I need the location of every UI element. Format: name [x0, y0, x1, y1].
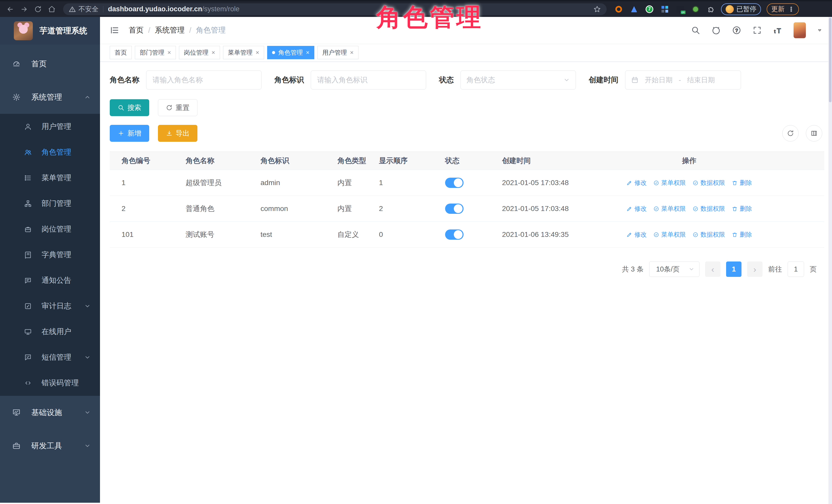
browser-update-chip[interactable]: 更新: [766, 3, 799, 15]
data-permission-link[interactable]: 数据权限: [693, 179, 725, 187]
sidebar-item-audit-log[interactable]: 审计日志: [0, 293, 100, 319]
menu-permission-link[interactable]: 菜单权限: [653, 231, 686, 239]
breadcrumb-section[interactable]: 系统管理: [155, 25, 185, 35]
menu-permission-link[interactable]: 菜单权限: [653, 205, 686, 213]
delete-link[interactable]: 删除: [732, 205, 752, 213]
status-toggle[interactable]: [445, 178, 464, 188]
user-avatar[interactable]: [794, 22, 806, 38]
breadcrumb-home[interactable]: 首页: [129, 25, 144, 35]
refresh-table-button[interactable]: [782, 125, 799, 141]
tab-post-management[interactable]: 岗位管理 ×: [179, 46, 220, 59]
sidebar-item-infrastructure[interactable]: 基础设施: [0, 396, 100, 429]
next-page-button[interactable]: ›: [747, 262, 762, 277]
data-permission-link[interactable]: 数据权限: [693, 205, 725, 213]
reset-button[interactable]: 重置: [158, 99, 198, 116]
sidebar-item-label: 基础设施: [31, 407, 62, 418]
vertical-scrollbar[interactable]: [828, 17, 832, 504]
extension-icon[interactable]: [691, 5, 700, 14]
github-icon[interactable]: [711, 26, 721, 35]
chevron-down-icon: [84, 303, 91, 310]
search-button[interactable]: 搜索: [110, 99, 149, 116]
user-icon: [24, 123, 32, 131]
address-bar[interactable]: 不安全 dashboard.yudao.iocoder.cn /system/r…: [63, 3, 607, 15]
search-icon[interactable]: [691, 26, 700, 35]
hamburger-icon[interactable]: [110, 25, 120, 35]
check-circle-icon: [653, 206, 659, 212]
check-circle-icon: [653, 232, 659, 238]
sidebar-item-post-management[interactable]: 岗位管理: [0, 216, 100, 242]
delete-link[interactable]: 删除: [732, 179, 752, 187]
sidebar-item-role-management[interactable]: 角色管理: [0, 139, 100, 165]
extensions-puzzle-icon[interactable]: [707, 5, 716, 14]
tab-menu-management[interactable]: 菜单管理 ×: [223, 46, 264, 59]
role-name-label: 角色名称: [110, 75, 139, 85]
sidebar-item-sms-management[interactable]: 短信管理: [0, 345, 100, 370]
tab-dept-management[interactable]: 部门管理 ×: [135, 46, 176, 59]
home-icon: [48, 5, 56, 13]
extension-area: 7: [614, 5, 716, 14]
caret-down-icon[interactable]: [817, 28, 822, 33]
cell-actions: 修改 菜单权限 数据权限 删除: [624, 231, 755, 239]
extension-icon[interactable]: [676, 5, 684, 14]
help-icon[interactable]: [732, 26, 741, 35]
status-toggle[interactable]: [445, 204, 464, 214]
goto-page-input[interactable]: [788, 262, 804, 277]
app-logo-bar[interactable]: 芋道管理系统: [0, 17, 100, 45]
date-range-picker[interactable]: 开始日期 - 结束日期: [625, 71, 741, 89]
close-icon[interactable]: ×: [211, 50, 215, 56]
sidebar-item-home[interactable]: 首页: [0, 47, 100, 80]
browser-forward-button[interactable]: [19, 4, 30, 15]
action-label: 菜单权限: [661, 205, 686, 213]
browser-home-button[interactable]: [46, 4, 57, 15]
export-button[interactable]: 导出: [158, 125, 198, 142]
tab-home[interactable]: 首页: [110, 46, 132, 59]
sidebar-item-online-users[interactable]: 在线用户: [0, 319, 100, 345]
action-label: 删除: [740, 179, 752, 187]
status-toggle[interactable]: [445, 230, 464, 240]
role-key-input[interactable]: [311, 71, 426, 89]
sidebar-item-user-management[interactable]: 用户管理: [0, 114, 100, 139]
extension-icon[interactable]: [660, 5, 669, 14]
sidebar-item-error-code-management[interactable]: 错误码管理: [0, 370, 100, 396]
edit-link[interactable]: 修改: [626, 205, 647, 213]
sidebar-item-dev-tools[interactable]: 研发工具: [0, 429, 100, 462]
browser-reload-button[interactable]: [32, 4, 44, 15]
sidebar-item-dict-management[interactable]: 字典管理: [0, 242, 100, 268]
add-button[interactable]: 新增: [110, 125, 149, 142]
font-size-icon[interactable]: [773, 26, 782, 35]
close-icon[interactable]: ×: [350, 50, 354, 56]
data-permission-link[interactable]: 数据权限: [693, 231, 725, 239]
extension-icon[interactable]: [614, 5, 623, 14]
column-settings-button[interactable]: [806, 125, 822, 141]
tab-role-management[interactable]: 角色管理 ×: [267, 46, 314, 59]
sidebar-item-notice[interactable]: 通知公告: [0, 268, 100, 293]
sidebar-item-dept-management[interactable]: 部门管理: [0, 191, 100, 216]
edit-link[interactable]: 修改: [626, 231, 647, 239]
close-icon[interactable]: ×: [167, 50, 171, 56]
extension-icon[interactable]: [630, 5, 639, 14]
page-number-button[interactable]: 1: [726, 262, 742, 277]
prev-page-button[interactable]: ‹: [705, 262, 721, 277]
browser-menu-icon[interactable]: [788, 6, 794, 12]
close-icon[interactable]: ×: [256, 50, 259, 56]
delete-link[interactable]: 删除: [732, 231, 752, 239]
extension-icon[interactable]: 7: [645, 5, 654, 14]
bookmark-star-icon[interactable]: [593, 5, 601, 13]
update-label: 更新: [771, 5, 785, 14]
page-size-select[interactable]: 10条/页: [649, 262, 699, 277]
tab-user-management[interactable]: 用户管理 ×: [317, 46, 359, 59]
scrollbar-thumb[interactable]: [829, 18, 831, 102]
close-icon[interactable]: ×: [306, 50, 310, 56]
sidebar-item-menu-management[interactable]: 菜单管理: [0, 165, 100, 191]
fullscreen-icon[interactable]: [753, 26, 762, 35]
sidebar-item-system-management[interactable]: 系统管理: [0, 80, 100, 114]
status-select[interactable]: 角色状态: [461, 71, 576, 89]
sidebar-item-label: 部门管理: [42, 198, 71, 209]
sidebar-item-label: 字典管理: [42, 250, 71, 260]
message-bubble-icon: [24, 276, 32, 284]
edit-link[interactable]: 修改: [626, 179, 647, 187]
role-name-input[interactable]: [146, 71, 262, 89]
menu-permission-link[interactable]: 菜单权限: [653, 179, 686, 187]
profile-paused-chip[interactable]: 已暂停: [721, 3, 761, 15]
browser-back-button[interactable]: [5, 4, 16, 15]
